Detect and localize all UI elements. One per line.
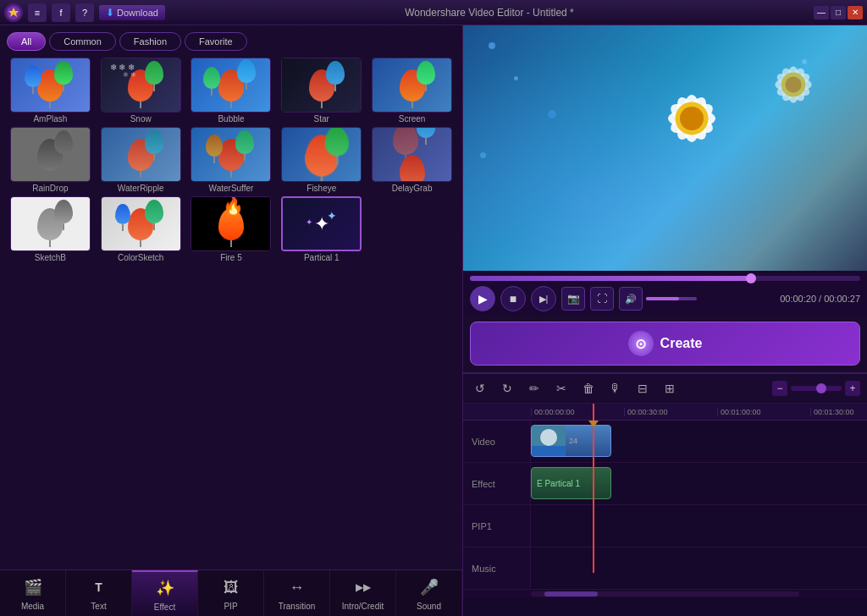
cut-button[interactable]: ✂ (551, 378, 572, 399)
time-display: 00:00:20 / 00:00:27 (780, 294, 860, 304)
detach-audio-button[interactable]: ⊟ (632, 378, 653, 399)
tab-fashion[interactable]: Fashion (119, 32, 181, 51)
music-track-content (531, 547, 867, 589)
zoom-slider[interactable] (791, 386, 842, 391)
snapshot-button[interactable]: 📷 (561, 287, 585, 311)
help-icon[interactable]: ? (75, 3, 94, 22)
fullscreen-button[interactable]: ⛶ (590, 287, 614, 311)
effect-track-content: E Partical 1 (531, 463, 867, 504)
mute-button[interactable]: 🔊 (619, 287, 643, 311)
tab-text[interactable]: T Text (66, 570, 132, 616)
left-panel: All Common Fashion Favorite AmPl (0, 25, 463, 616)
stop-button[interactable]: ■ (500, 286, 526, 311)
effect-screen[interactable]: Screen (368, 58, 456, 124)
bokeh-5 (480, 152, 486, 158)
bokeh-3 (548, 110, 556, 118)
effect-thumb-amplash (10, 58, 91, 113)
sound-icon: 🎤 (417, 575, 441, 599)
effect-label-snow: Snow (130, 114, 152, 124)
effect-colorsketch[interactable]: ColorSketch (97, 196, 185, 262)
pip-track-content (531, 505, 867, 547)
record-button[interactable]: 🎙 (605, 378, 626, 399)
time-mark-0: 00:00:00:00 (531, 408, 624, 416)
split-button[interactable]: ⊞ (660, 378, 680, 399)
effect-sketchb[interactable]: SketchB (7, 196, 94, 262)
effect-partical1[interactable]: ✦ ✦ ✦ Partical 1 (278, 196, 365, 262)
effect-label-star: Star (314, 114, 329, 124)
text-icon: T (87, 575, 111, 599)
menu-icon[interactable]: ≡ (28, 3, 47, 22)
effect-label-fisheye: Fisheye (306, 184, 336, 193)
tab-effect-label: Effect (154, 602, 175, 612)
zoom-in-button[interactable]: + (845, 381, 860, 396)
effect-raindrop[interactable]: RainDrop (7, 127, 94, 193)
progress-handle[interactable] (746, 273, 756, 283)
tab-transition[interactable]: ↔ Transition (264, 570, 330, 616)
minimize-button[interactable]: — (814, 6, 829, 19)
video-clip[interactable]: 24 (531, 425, 611, 457)
timeline-scroll-thumb[interactable] (544, 591, 598, 597)
redo-button[interactable]: ↻ (497, 378, 517, 399)
time-mark-3: 00:01:30:00 (810, 408, 867, 416)
effect-label-sketchb: SketchB (35, 253, 66, 262)
effect-bubble[interactable]: Bubble (188, 58, 275, 124)
play-button[interactable]: ▶ (470, 286, 495, 311)
titlebar-left: ≡ f ? ⬇ Download (4, 3, 165, 22)
facebook-icon[interactable]: f (52, 3, 70, 22)
effect-watersuffer[interactable]: WaterSuffer (188, 127, 275, 193)
filter-tabs: All Common Fashion Favorite (0, 25, 462, 54)
edit-button[interactable]: ✏ (524, 378, 544, 399)
effect-thumb-screen (372, 58, 452, 113)
next-frame-button[interactable]: ▶| (531, 286, 556, 311)
pip-track-label: PIP1 (463, 505, 531, 547)
svg-point-17 (785, 76, 801, 92)
tab-favorite[interactable]: Favorite (185, 32, 247, 51)
svg-rect-20 (532, 446, 566, 457)
timeline-scroll-track[interactable] (531, 591, 799, 597)
video-track-content: 24 (531, 421, 867, 462)
title-bar: ≡ f ? ⬇ Download Wondershare Video Edito… (0, 0, 867, 25)
effect-amplash[interactable]: AmPlash (7, 58, 94, 124)
effect-waterripple[interactable]: WaterRipple (97, 127, 185, 193)
transition-icon: ↔ (285, 575, 309, 599)
effect-star[interactable]: Star (278, 58, 365, 124)
effect-clip[interactable]: E Partical 1 (531, 467, 611, 499)
zoom-out-button[interactable]: − (772, 381, 787, 396)
tab-media[interactable]: 🎬 Media (0, 570, 66, 616)
tab-sound[interactable]: 🎤 Sound (396, 570, 462, 616)
delete-button[interactable]: 🗑 (578, 378, 599, 399)
effect-fisheye[interactable]: Fisheye (278, 127, 365, 193)
playback-controls: ▶ ■ ▶| 📷 ⛶ 🔊 00:00:20 / 00:00:27 (470, 286, 860, 311)
effect-fire5[interactable]: 🔥 Fire 5 (188, 196, 275, 262)
effect-label-waterripple: WaterRipple (118, 184, 164, 193)
app-title: Wondershare Video Editor - Untitled * (405, 7, 574, 19)
download-button[interactable]: ⬇ Download (99, 5, 165, 20)
effect-label-screen: Screen (399, 114, 426, 124)
music-track: Music (463, 547, 867, 590)
effect-label-fire5: Fire 5 (220, 253, 242, 262)
tab-transition-label: Transition (279, 602, 316, 611)
create-button[interactable]: ⊙ Create (470, 322, 860, 366)
tab-common[interactable]: Common (49, 32, 116, 51)
maximize-button[interactable]: □ (831, 6, 846, 19)
effect-label-partical1: Partical 1 (304, 253, 340, 262)
tab-effect[interactable]: ✨ Effect (132, 570, 198, 616)
close-button[interactable]: ✕ (848, 6, 863, 19)
video-track-label: Video (463, 421, 531, 462)
effect-thumb-snow: ❄ ❄ ❄ ❄ ❄ (101, 58, 181, 113)
tab-intro-credit-label: Intro/Credit (342, 602, 384, 611)
download-arrow-icon: ⬇ (106, 7, 114, 19)
volume-slider[interactable] (646, 297, 697, 300)
undo-button[interactable]: ↺ (470, 378, 490, 399)
effect-thumb-fire5: 🔥 (191, 196, 271, 251)
time-mark-2: 00:01:00:00 (717, 408, 810, 416)
effect-snow[interactable]: ❄ ❄ ❄ ❄ ❄ Snow (97, 58, 185, 124)
video-track: Video 24 (463, 421, 867, 463)
pip-track: PIP1 (463, 505, 867, 547)
tab-intro-credit[interactable]: ▶▶ Intro/Credit (330, 570, 396, 616)
progress-bar[interactable] (470, 276, 860, 281)
tab-all[interactable]: All (7, 32, 46, 51)
tab-pip[interactable]: 🖼 PIP (198, 570, 264, 616)
app-logo (4, 3, 23, 22)
effect-delaygrab[interactable]: DelayGrab (368, 127, 456, 193)
